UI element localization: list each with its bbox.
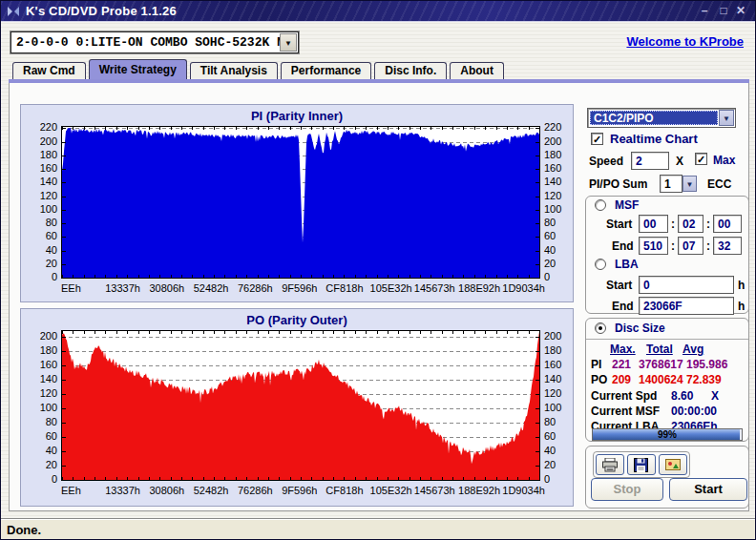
chevron-down-icon[interactable]: ▼: [719, 110, 734, 126]
y-tick-label: 60: [544, 431, 556, 441]
po-max-value: 209: [612, 373, 631, 386]
y-tick-label: 100: [40, 403, 57, 412]
y-tick-label: 80: [544, 218, 556, 227]
lba-start-input[interactable]: 0: [639, 276, 734, 294]
welcome-link[interactable]: Welcome to KProbe: [626, 34, 744, 49]
tab-performance[interactable]: Performance: [281, 62, 371, 79]
pi-y-axis-right: 020406080100120140160180200220: [544, 126, 573, 277]
pi-row-label: PI: [591, 358, 601, 371]
x-tick-label: EEh: [61, 282, 81, 294]
y-tick-label: 60: [46, 431, 57, 441]
colon-separator: :: [706, 218, 710, 231]
colon-separator: :: [671, 218, 675, 231]
progress-label: 99%: [593, 429, 742, 440]
start-button[interactable]: Start: [669, 478, 747, 501]
colon-separator: :: [706, 239, 710, 253]
msf-start-label: Start: [606, 218, 632, 231]
lba-radio-label: LBA: [615, 258, 639, 271]
disc-size-radio[interactable]: [595, 322, 606, 334]
y-tick-label: 0: [544, 474, 550, 484]
current-msf-label: Current MSF: [591, 405, 660, 418]
y-tick-label: 120: [544, 388, 561, 398]
title-bar: K's CD/DVD Probe 1.1.26 – □ ✕: [1, 1, 755, 22]
y-tick-label: 20: [46, 259, 57, 268]
tab-tilt-analysis[interactable]: Tilt Analysis: [190, 62, 278, 79]
lba-end-input[interactable]: 23066F: [639, 297, 734, 315]
po-y-axis-right: 020406080100120140160180200: [544, 330, 573, 479]
y-tick-label: 180: [40, 345, 57, 355]
app-window: K's CD/DVD Probe 1.1.26 – □ ✕ 2-0-0-0 0:…: [0, 0, 756, 540]
tab-write-strategy[interactable]: Write Strategy: [89, 59, 187, 79]
y-tick-label: 40: [46, 446, 57, 455]
msf-start-min-input[interactable]: 00: [639, 215, 668, 233]
drive-select[interactable]: 2-0-0-0 0:LITE-ON COMBO SOHC-5232K NK07 …: [10, 31, 299, 53]
pi-total-value: 3768617: [639, 358, 683, 371]
pi-x-axis: EEh13337h30806h52482h76286h9F596hCF818h1…: [61, 282, 546, 296]
msf-radio[interactable]: [595, 199, 606, 211]
msf-end-frame-input[interactable]: 32: [713, 237, 742, 255]
y-tick-label: 40: [544, 245, 556, 255]
x-tick-label: 30806h: [149, 282, 184, 294]
x-tick-label: EEh: [61, 485, 81, 496]
y-tick-label: 200: [544, 136, 561, 146]
hex-suffix-label: h: [738, 300, 745, 313]
tab-raw-cmd[interactable]: Raw Cmd: [12, 62, 86, 79]
app-icon: [7, 5, 20, 18]
chevron-down-icon[interactable]: ▼: [280, 33, 297, 52]
current-speed-unit: X: [711, 389, 719, 403]
y-tick-label: 160: [544, 360, 561, 369]
x-tick-label: 76286h: [238, 485, 273, 496]
minimize-icon[interactable]: –: [696, 3, 713, 19]
po-chart-panel: PO (Parity Outer) 0204060801001201401601…: [20, 308, 574, 507]
pipo-sum-select-value[interactable]: 1: [660, 175, 682, 193]
print-button[interactable]: [596, 454, 624, 475]
msf-end-sec-input[interactable]: 07: [678, 237, 704, 255]
x-tick-label: 1D9034h: [502, 282, 545, 294]
lba-start-label: Start: [606, 279, 632, 292]
current-speed-value: 8.60: [671, 389, 693, 403]
x-tick-label: 1D9034h: [502, 485, 545, 496]
msf-start-sec-input[interactable]: 02: [678, 215, 704, 233]
tab-disc-info[interactable]: Disc Info.: [374, 62, 447, 79]
progress-bar: 99%: [592, 428, 743, 441]
pi-avg-value: 195.986: [686, 358, 727, 371]
y-tick-label: 160: [40, 360, 57, 369]
max-speed-checkbox[interactable]: ✓: [695, 153, 707, 165]
mode-select[interactable]: C1C2/PIPO ▼: [587, 108, 736, 128]
po-total-value: 1400624: [639, 373, 683, 386]
y-tick-label: 100: [40, 204, 57, 214]
y-tick-label: 0: [52, 272, 57, 281]
msf-end-min-input[interactable]: 510: [639, 237, 668, 255]
realtime-chart-checkbox[interactable]: ✓: [591, 133, 603, 145]
y-tick-label: 120: [544, 191, 561, 200]
y-tick-label: 200: [40, 331, 57, 341]
save-button[interactable]: [627, 454, 656, 475]
tab-about[interactable]: About: [450, 62, 504, 79]
msf-end-label: End: [612, 239, 634, 253]
stats-header-max: Max.: [610, 343, 636, 356]
pi-plot-area: [61, 126, 540, 279]
po-chart-title: PO (Parity Outer): [21, 313, 573, 327]
status-bar: Done.: [1, 518, 755, 540]
save-image-button[interactable]: [659, 454, 687, 475]
stats-header-avg: Avg: [682, 343, 704, 356]
lba-radio[interactable]: [595, 259, 606, 270]
x-tick-label: 188E92h: [458, 282, 500, 294]
y-tick-label: 160: [544, 163, 561, 173]
stop-button[interactable]: Stop: [591, 478, 663, 501]
y-tick-label: 100: [544, 403, 561, 412]
maximize-icon[interactable]: □: [715, 3, 732, 19]
picture-icon: [665, 458, 682, 471]
po-chart-canvas: [62, 331, 539, 480]
x-tick-label: 52482h: [194, 282, 229, 294]
msf-start-frame-input[interactable]: 00: [713, 215, 742, 233]
close-icon[interactable]: ✕: [732, 3, 749, 19]
x-tick-label: 9F596h: [282, 485, 317, 496]
pi-max-value: 221: [612, 358, 631, 371]
y-tick-label: 160: [40, 163, 57, 173]
x-tick-label: CF818h: [326, 485, 363, 496]
y-tick-label: 20: [544, 259, 556, 268]
po-row-label: PO: [591, 373, 607, 386]
speed-input[interactable]: 2: [631, 152, 669, 170]
chevron-down-icon[interactable]: ▼: [682, 176, 697, 192]
